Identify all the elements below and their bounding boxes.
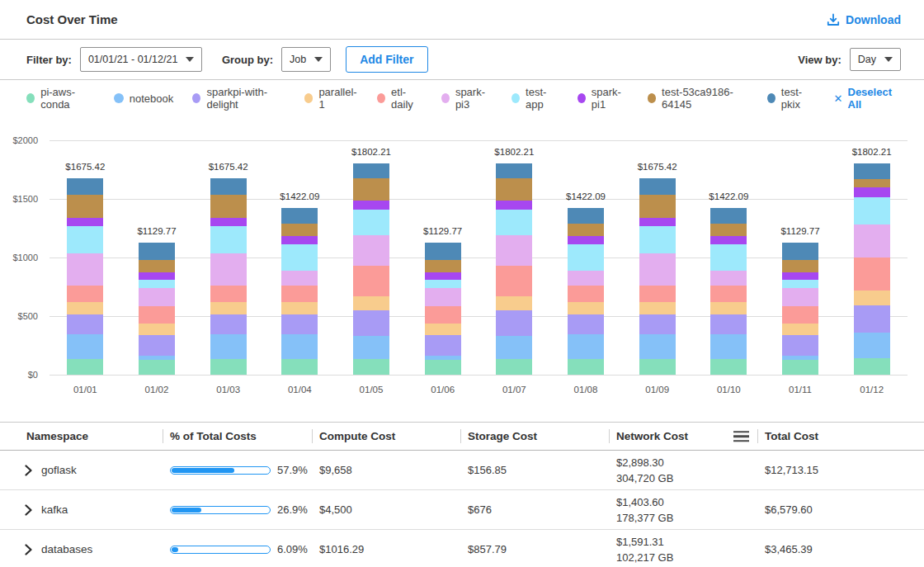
bar-segment-parallel-1	[782, 324, 818, 335]
legend-item-spark-pi3[interactable]: spark-pi3	[441, 86, 493, 111]
bar-segment-test-app	[139, 280, 175, 287]
bar-segment-spark-pi3	[496, 235, 532, 266]
stacked-bar-01/09[interactable]	[639, 178, 676, 375]
stacked-bar-01/10[interactable]	[710, 208, 747, 375]
bar-segment-test-pkix	[139, 243, 175, 261]
legend-item-sparkpi-with-delight[interactable]: sparkpi-with-delight	[192, 86, 285, 111]
bar-segment-spark-pi1	[353, 201, 389, 210]
x-axis-tick-label: 01/01	[56, 385, 114, 395]
download-button[interactable]: Download	[827, 13, 901, 26]
bar-segment-notebook	[353, 336, 389, 359]
bar-total-label: $1422.09	[691, 191, 766, 201]
bar-segment-pi-aws-conda	[281, 359, 318, 375]
legend-item-test-app[interactable]: test-app	[512, 86, 559, 111]
legend-item-etl-daily[interactable]: etl-daily	[377, 86, 422, 111]
bar-segment-sparkpi-with-delight	[139, 335, 175, 355]
chart-plot: $0$500$1000$1500$2000$1675.4201/01$1129.…	[50, 140, 908, 375]
network-cost-gb: 178,377 GB	[616, 510, 673, 526]
bar-total-label: $1802.21	[477, 147, 551, 157]
bar-segment-test-53ca9186-64145	[568, 224, 604, 236]
bar-segment-pi-aws-conda	[353, 359, 389, 375]
bar-total-label: $1129.77	[763, 226, 837, 236]
legend-item-label: parallel-1	[318, 86, 358, 111]
bar-segment-sparkpi-with-delight	[425, 335, 461, 355]
x-axis-tick-label: 01/02	[128, 385, 186, 395]
legend-item-notebook[interactable]: notebook	[114, 92, 174, 105]
namespace-name: goflask	[41, 464, 77, 476]
page-title: Cost Over Time	[26, 12, 118, 26]
stacked-bar-01/02[interactable]	[139, 243, 175, 375]
legend-item-test-pkix[interactable]: test-pkix	[767, 86, 815, 111]
bar-segment-pi-aws-conda	[496, 359, 532, 375]
stacked-bar-01/01[interactable]	[67, 178, 103, 375]
stacked-bar-01/04[interactable]	[281, 208, 318, 375]
bar-segment-spark-pi3	[710, 271, 747, 286]
gridline	[50, 375, 908, 376]
bar-segment-spark-pi3	[568, 271, 604, 286]
legend-item-pi-aws-conda[interactable]: pi-aws-conda	[26, 86, 95, 111]
column-header-namespace: Namespace	[0, 423, 163, 450]
bar-segment-pi-aws-conda	[210, 359, 247, 375]
bar-segment-spark-pi1	[67, 218, 103, 226]
legend-dot-icon	[767, 93, 776, 103]
date-range-select[interactable]: 01/01/21 - 01/12/21	[80, 47, 202, 72]
bar-segment-parallel-1	[568, 302, 604, 314]
bar-segment-spark-pi3	[782, 288, 818, 306]
stacked-bar-01/07[interactable]	[496, 163, 532, 375]
namespace-cost-table: Namespace % of Total Costs Compute Cost …	[0, 422, 924, 567]
bar-segment-spark-pi1	[139, 272, 175, 281]
table-row-databases: databases6.09%$1016.29$857.79$1,591.3110…	[0, 530, 924, 567]
namespace-name: databases	[41, 543, 92, 555]
y-axis-tick-label: $0	[0, 370, 38, 380]
bar-segment-pi-aws-conda	[139, 360, 175, 375]
bar-segment-spark-pi1	[210, 218, 247, 226]
network-cost: $2,898.30304,720 GB	[609, 451, 757, 489]
filter-bar: Filter by: 01/01/21 - 01/12/21 Group by:…	[0, 40, 924, 80]
bar-segment-spark-pi1	[854, 187, 890, 197]
add-filter-button[interactable]: Add Filter	[346, 46, 427, 73]
legend-item-spark-pi1[interactable]: spark-pi1	[578, 86, 629, 111]
legend-item-label: pi-aws-conda	[40, 86, 95, 111]
legend-item-test-53ca9186-64145[interactable]: test-53ca9186-64145	[648, 86, 748, 111]
bar-segment-etl-daily	[782, 306, 818, 324]
bar-segment-spark-pi1	[281, 236, 318, 244]
bar-segment-pi-aws-conda	[639, 359, 676, 375]
bar-segment-spark-pi3	[854, 224, 890, 258]
bar-total-label: $1129.77	[406, 226, 480, 236]
bar-segment-pi-aws-conda	[710, 359, 747, 375]
stacked-bar-01/11[interactable]	[782, 243, 818, 375]
stacked-bar-01/05[interactable]	[353, 163, 389, 375]
bar-segment-pi-aws-conda	[854, 358, 890, 375]
x-axis-tick-label: 01/10	[700, 385, 757, 395]
column-menu-icon[interactable]	[732, 429, 751, 444]
network-cost-dollars: $1,403.60	[616, 494, 664, 510]
bar-segment-etl-daily	[568, 286, 604, 302]
stacked-bar-01/12[interactable]	[854, 163, 890, 375]
bar-segment-sparkpi-with-delight	[496, 310, 532, 337]
group-by-select[interactable]: Job	[281, 47, 331, 72]
legend-item-parallel-1[interactable]: parallel-1	[304, 86, 358, 111]
bar-segment-test-53ca9186-64145	[710, 224, 747, 236]
legend-item-label: sparkpi-with-delight	[206, 86, 285, 111]
bar-segment-test-app	[568, 244, 604, 271]
bar-segment-etl-daily	[854, 258, 890, 291]
stacked-bar-01/03[interactable]	[210, 178, 247, 375]
date-range-value: 01/01/21 - 01/12/21	[88, 54, 177, 65]
expand-chevron-right-icon[interactable]	[25, 465, 32, 476]
deselect-all-button[interactable]: ✕ Deselect All	[834, 86, 898, 111]
bar-segment-test-53ca9186-64145	[281, 224, 318, 236]
bar-segment-test-app	[210, 226, 247, 253]
expand-chevron-right-icon[interactable]	[25, 544, 32, 555]
bar-segment-spark-pi3	[210, 253, 247, 286]
column-header-storage-cost: Storage Cost	[460, 423, 609, 450]
bar-segment-parallel-1	[496, 296, 532, 310]
view-by-select[interactable]: Day	[850, 48, 901, 71]
legend-item-label: spark-pi3	[455, 86, 493, 111]
stacked-bar-01/08[interactable]	[568, 208, 604, 375]
column-header-network-cost: Network Cost	[609, 423, 757, 450]
bar-segment-spark-pi3	[139, 288, 175, 306]
expand-chevron-right-icon[interactable]	[25, 504, 32, 516]
stacked-bar-01/06[interactable]	[425, 243, 461, 375]
bar-segment-parallel-1	[425, 324, 461, 335]
bar-segment-pi-aws-conda	[782, 360, 818, 375]
